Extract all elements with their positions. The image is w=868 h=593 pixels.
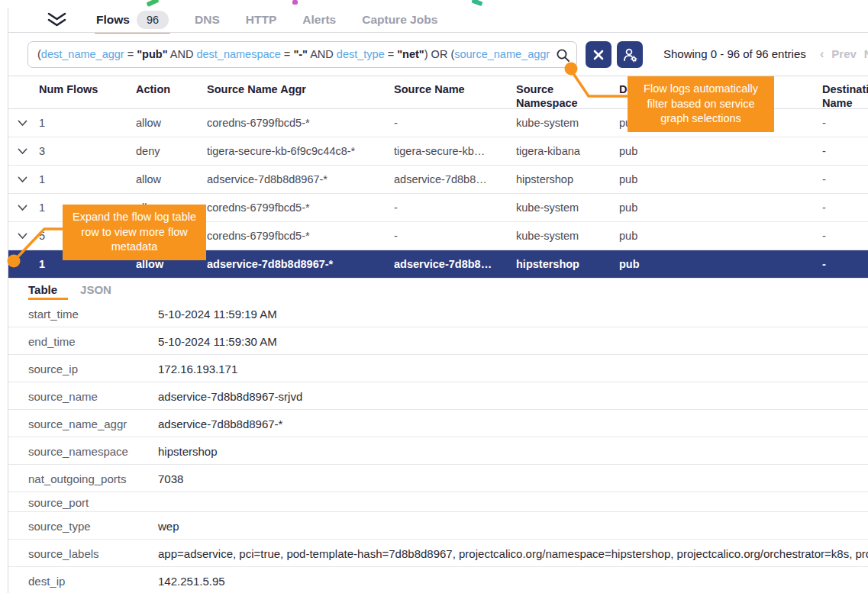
query-token-plain: ) OR ( — [424, 48, 454, 60]
row-expander[interactable] — [18, 117, 36, 129]
expand-row-chevron-icon[interactable] — [18, 176, 27, 183]
cell-sns: hipstershop — [516, 173, 611, 185]
flow-detail-tab-bar: TableJSON — [8, 279, 868, 300]
cell-sna: coredns-6799fbcd5-* — [207, 230, 386, 242]
filter-query-input[interactable]: (dest_name_aggr = "pub" AND dest_namespa… — [27, 41, 577, 68]
next-page-button[interactable]: Next — [864, 47, 868, 61]
tab-http[interactable]: HTTP — [246, 8, 276, 32]
column-header-destination-name: Destination Name — [822, 82, 868, 110]
cell-sn: - — [394, 201, 508, 214]
detail-tab-json[interactable]: JSON — [80, 279, 111, 300]
background-graph-fragment — [292, 0, 298, 5]
cell-dn: - — [822, 173, 868, 185]
tab-label: DNS — [195, 13, 220, 27]
cell-sns: kube-system — [516, 201, 611, 214]
flows-toolbar: (dest_name_aggr = "pub" AND dest_namespa… — [8, 34, 868, 76]
prev-arrow-icon[interactable]: ‹ — [820, 47, 824, 61]
detail-key: source_name — [28, 389, 98, 402]
cell-dna: pub — [619, 201, 814, 214]
detail-row-source-ip: source_ip172.16.193.171 — [8, 355, 868, 382]
detail-row-start-time: start_time5-10-2024 11:59:19 AM — [8, 300, 868, 327]
cell-dna: pub — [619, 258, 814, 270]
tab-label: Capture Jobs — [362, 13, 437, 27]
detail-key: source_namespace — [28, 444, 128, 457]
query-token-plain: AND — [168, 48, 197, 60]
user-gear-icon — [621, 47, 638, 63]
detail-value: 7038 — [158, 472, 183, 485]
query-token-plain: = — [124, 48, 137, 60]
cell-sn: adservice-7d8b8… — [394, 173, 508, 185]
cell-sna: coredns-6799fbcd5-* — [207, 201, 386, 214]
cell-sna: coredns-6799fbcd5-* — [207, 117, 386, 129]
row-expander[interactable] — [18, 145, 36, 157]
expand-row-chevron-icon[interactable] — [18, 233, 27, 240]
detail-key: source_labels — [28, 546, 99, 559]
flow-table-row[interactable]: 3denytigera-secure-kb-6f9c9c44c8-*tigera… — [8, 137, 868, 166]
row-expander[interactable] — [18, 201, 36, 214]
expand-row-chevron-icon[interactable] — [18, 120, 27, 127]
flows-count-badge: 96 — [137, 11, 169, 29]
tab-capture-jobs[interactable]: Capture Jobs — [362, 8, 437, 32]
prev-page-button[interactable]: Prev — [831, 47, 857, 61]
detail-key: source_ip — [28, 362, 78, 375]
detail-key: dest_ip — [28, 574, 65, 587]
detail-row-source-namespace: source_namespacehipstershop — [8, 437, 868, 465]
detail-key: end_time — [28, 334, 76, 347]
flow-log-tabs: Flows96DNSHTTPAlertsCapture Jobs — [96, 8, 437, 32]
collapse-panel-double-chevron-icon[interactable] — [47, 12, 67, 27]
cell-sn: tigera-secure-kb… — [394, 145, 508, 157]
close-icon — [593, 50, 604, 60]
detail-key: source_name_aggr — [28, 417, 127, 430]
column-header-num-flows: Num Flows — [39, 82, 108, 96]
cell-num: 1 — [39, 173, 123, 185]
detail-value: 172.16.193.171 — [158, 362, 237, 375]
detail-tab-table[interactable]: Table — [28, 279, 57, 300]
clear-filter-button[interactable] — [586, 41, 611, 68]
tab-label: Flows — [96, 13, 130, 27]
filter-annotation-tooltip: Flow logs automatically filter based on … — [628, 76, 774, 132]
row-expander[interactable] — [18, 173, 36, 185]
cell-dn: - — [822, 117, 868, 129]
tab-dns[interactable]: DNS — [195, 8, 220, 32]
tab-alerts[interactable]: Alerts — [302, 8, 336, 32]
detail-key: start_time — [28, 307, 79, 320]
query-token-field: dest_name_aggr — [41, 48, 124, 60]
flow-table-row[interactable]: 1allowadservice-7d8b8d8967-*adservice-7d… — [8, 166, 868, 194]
cell-sna: adservice-7d8b8d8967-* — [207, 258, 386, 270]
expand-row-chevron-icon[interactable] — [18, 148, 27, 155]
tab-label: Alerts — [302, 13, 336, 27]
cell-sn: adservice-7d8b8… — [394, 258, 508, 270]
query-token-value: "net" — [397, 48, 424, 60]
query-token-field: source_name_aggr — [454, 48, 550, 60]
query-token-plain: AND — [308, 48, 337, 60]
detail-value: app=adservice, pci=true, pod-template-ha… — [158, 546, 868, 559]
cell-sns: tigera-kibana — [516, 145, 611, 157]
cell-sns: hipstershop — [516, 258, 611, 270]
pagination: ‹ Prev Next › — [820, 47, 868, 61]
detail-row-nat-outgoing-ports: nat_outgoing_ports7038 — [8, 465, 868, 492]
filter-query-text: (dest_name_aggr = "pub" AND dest_namespa… — [37, 42, 563, 67]
detail-key: source_type — [28, 519, 91, 532]
detail-value: 142.251.5.95 — [158, 574, 225, 587]
search-icon[interactable] — [553, 47, 572, 64]
cell-act: allow — [136, 173, 201, 185]
detail-row-source-labels: source_labelsapp=adservice, pci=true, po… — [8, 540, 868, 567]
cell-sna: adservice-7d8b8d8967-* — [207, 173, 386, 185]
expand-annotation-tooltip: Expand the flow log table row to view mo… — [63, 205, 206, 260]
detail-row-source-name-aggr: source_name_aggradservice-7d8b8d8967-* — [8, 410, 868, 437]
query-token-field: dest_namespace — [196, 48, 280, 60]
detail-key: nat_outgoing_ports — [28, 472, 126, 485]
expand-row-chevron-icon[interactable] — [18, 205, 27, 211]
query-token-field: dest_type — [337, 48, 385, 60]
cell-dna: pub — [619, 173, 814, 185]
user-settings-button[interactable] — [617, 41, 643, 68]
tab-flows[interactable]: Flows96 — [96, 8, 169, 32]
row-expander[interactable] — [18, 230, 36, 242]
cell-sna: tigera-secure-kb-6f9c9c44c8-* — [207, 145, 386, 157]
detail-value: 5-10-2024 11:59:19 AM — [158, 307, 277, 320]
detail-value: adservice-7d8b8d8967-srjvd — [158, 389, 302, 402]
query-token-value: "pub" — [137, 48, 167, 60]
cell-dn: - — [822, 258, 868, 270]
cell-dna: pub — [619, 230, 814, 242]
detail-value: 5-10-2024 11:59:30 AM — [158, 334, 277, 347]
